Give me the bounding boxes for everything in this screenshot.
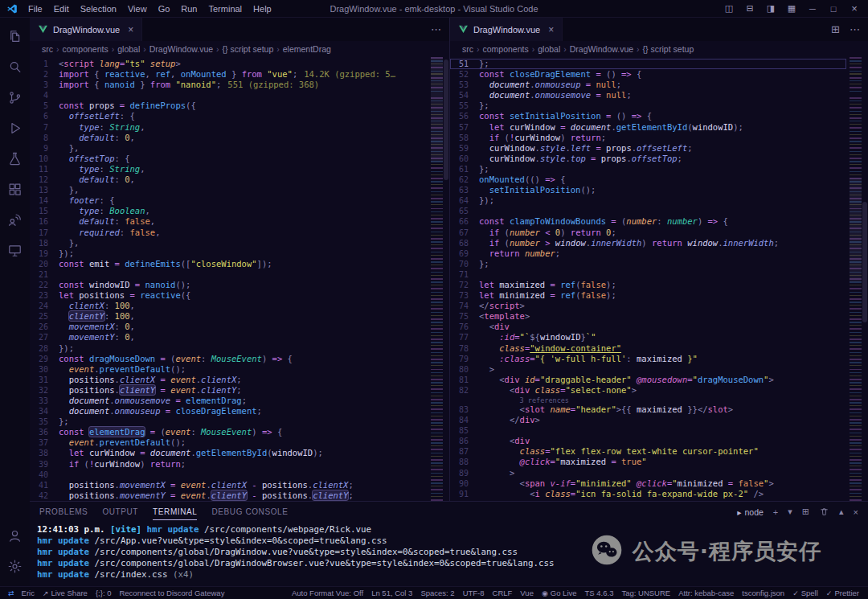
- menu-file[interactable]: File: [23, 4, 48, 14]
- code-line[interactable]: 8 default: 0,: [30, 133, 428, 143]
- status-remote-indicator[interactable]: ⇄: [5, 589, 18, 597]
- more-actions-icon[interactable]: ⋯: [850, 23, 860, 35]
- code-editor[interactable]: 1<script lang="ts" setup>2import { react…: [30, 57, 428, 501]
- scrollbar[interactable]: [443, 57, 449, 501]
- code-line[interactable]: 74</script>: [450, 301, 846, 311]
- codelens-references[interactable]: 3 references: [520, 396, 569, 404]
- toggle-sidebar-icon[interactable]: ◫: [719, 3, 739, 14]
- code-line[interactable]: 10 offsetTop: {: [30, 154, 428, 164]
- vscode-logo-icon[interactable]: [6, 3, 18, 14]
- code-line[interactable]: 70};: [450, 259, 846, 269]
- run-and-debug-icon[interactable]: [0, 113, 30, 143]
- breadcrumb-item[interactable]: components: [483, 44, 529, 54]
- code-line[interactable]: 51};: [450, 59, 846, 69]
- status-spell[interactable]: ✓Spell: [788, 589, 822, 597]
- terminal-instance-item[interactable]: ▸ node: [737, 507, 764, 517]
- code-line[interactable]: 17 required: false,: [30, 228, 428, 238]
- status-tag-case[interactable]: Tag: UNSURE: [617, 589, 674, 597]
- code-line[interactable]: 75<template>: [450, 311, 846, 322]
- split-editor-icon[interactable]: ⊞: [831, 23, 840, 35]
- breadcrumb-item[interactable]: {} script setup: [643, 44, 694, 54]
- status-problems[interactable]: {;}: 0: [92, 589, 116, 597]
- code-line[interactable]: 41 positions.movementX = event.clientX -…: [30, 480, 428, 490]
- maximize-panel-icon[interactable]: ▴: [839, 507, 844, 517]
- split-terminal-button[interactable]: ⊞: [802, 507, 809, 517]
- code-line[interactable]: 16 default: false,: [30, 216, 428, 227]
- code-line[interactable]: 79 :class="{ 'w-full h-full': maximized …: [450, 354, 846, 364]
- code-line[interactable]: 73let minimized = ref(false);: [450, 290, 846, 301]
- code-line[interactable]: 9 },: [30, 143, 428, 154]
- code-line[interactable]: 55};: [450, 101, 846, 111]
- code-line[interactable]: 5const props = defineProps({: [30, 101, 428, 111]
- maximize-button[interactable]: □: [823, 4, 844, 14]
- code-line[interactable]: 15 type: Boolean,: [30, 206, 428, 216]
- breadcrumb-item[interactable]: DragWindow.vue: [570, 44, 633, 54]
- code-line[interactable]: 23let positions = reactive({: [30, 290, 428, 301]
- extensions-icon[interactable]: [0, 174, 30, 204]
- code-line[interactable]: 80 >: [450, 364, 846, 375]
- code-line[interactable]: 34 document.onmouseup = closeDragElement…: [30, 406, 428, 416]
- code-line[interactable]: 54 document.onmousemove = null;: [450, 90, 846, 101]
- status-attr-case[interactable]: Attr: kebab-case: [674, 589, 738, 597]
- code-line[interactable]: 13 },: [30, 185, 428, 195]
- code-line[interactable]: 2import { reactive, ref, onMounted } fro…: [30, 69, 428, 80]
- panel-tab-problems[interactable]: PROBLEMS: [39, 504, 88, 520]
- breadcrumb-item[interactable]: src: [462, 44, 473, 54]
- code-line[interactable]: 21: [30, 269, 428, 280]
- code-line[interactable]: 3import { nanoid } from "nanoid";551 (gz…: [30, 80, 428, 90]
- code-line[interactable]: 85: [450, 425, 846, 436]
- scrollbar-thumb[interactable]: [444, 59, 448, 180]
- code-line[interactable]: 40: [30, 470, 428, 480]
- code-line[interactable]: 76 <div: [450, 322, 846, 332]
- code-line[interactable]: 7 type: String,: [30, 122, 428, 133]
- code-line[interactable]: 42 positions.movementY = event.clientY -…: [30, 490, 428, 501]
- menu-run[interactable]: Run: [175, 4, 203, 14]
- menu-terminal[interactable]: Terminal: [203, 4, 248, 14]
- code-line[interactable]: 35};: [30, 416, 428, 427]
- code-line[interactable]: 81 <div id="draggable-header" @mousedown…: [450, 375, 846, 385]
- breadcrumb-item[interactable]: elementDrag: [283, 44, 331, 54]
- settings-icon[interactable]: [0, 551, 30, 581]
- code-line[interactable]: 64});: [450, 195, 846, 206]
- code-line[interactable]: 33 document.onmousemove = elementDrag;: [30, 396, 428, 406]
- code-line[interactable]: 3 references: [450, 396, 846, 404]
- code-line[interactable]: 88 @click="maximized = true": [450, 457, 846, 467]
- code-editor[interactable]: 51};52const closeDragElement = () => {53…: [450, 57, 846, 501]
- status-tsconfig[interactable]: tsconfig.json: [738, 589, 788, 597]
- code-line[interactable]: 27 movementY: 0,: [30, 332, 428, 343]
- menu-help[interactable]: Help: [248, 4, 277, 14]
- code-line[interactable]: 12 default: 0,: [30, 174, 428, 185]
- testing-icon[interactable]: [0, 143, 30, 174]
- new-terminal-button[interactable]: +: [773, 507, 778, 517]
- code-line[interactable]: 25 clientY: 100,: [30, 311, 428, 322]
- status-encoding[interactable]: UTF-8: [459, 589, 489, 597]
- code-line[interactable]: 78 class="window-container": [450, 343, 846, 354]
- minimap-slider[interactable]: [431, 57, 443, 162]
- code-line[interactable]: 52const closeDragElement = () => {: [450, 69, 846, 80]
- status-language-mode[interactable]: Vue: [516, 589, 538, 597]
- live-share-icon[interactable]: [0, 204, 30, 235]
- code-line[interactable]: 39 if (!curWindow) return;: [30, 459, 428, 470]
- minimize-button[interactable]: ─: [802, 4, 823, 14]
- code-line[interactable]: 53 document.onmouseup = null;: [450, 80, 846, 90]
- menu-edit[interactable]: Edit: [48, 4, 75, 14]
- code-line[interactable]: 86 <div: [450, 436, 846, 446]
- tab-dragwindow[interactable]: DragWindow.vue ×: [450, 18, 563, 41]
- code-line[interactable]: 19});: [30, 248, 428, 259]
- breadcrumb-item[interactable]: {} script setup: [223, 44, 274, 54]
- code-line[interactable]: 60 curWindow.style.top = props.offsetTop…: [450, 154, 846, 164]
- minimap[interactable]: [431, 57, 443, 501]
- status-discord[interactable]: Reconnect to Discord Gateway: [115, 589, 228, 597]
- scrollbar-thumb[interactable]: [862, 202, 867, 322]
- breadcrumb-item[interactable]: components: [63, 44, 108, 54]
- more-actions-icon[interactable]: ⋯: [431, 23, 441, 35]
- code-line[interactable]: 6 offsetLeft: {: [30, 111, 428, 121]
- code-line[interactable]: 77 :id="`${windowID}`": [450, 332, 846, 343]
- remote-explorer-icon[interactable]: [0, 235, 30, 265]
- code-line[interactable]: 38 let curWindow = document.getElementBy…: [30, 448, 428, 458]
- explorer-icon[interactable]: [0, 21, 30, 51]
- panel-tab-terminal[interactable]: TERMINAL: [153, 504, 197, 520]
- status-prettier[interactable]: ✓Prettier: [822, 589, 863, 597]
- code-line[interactable]: 29const dragMouseDown = (event: MouseEve…: [30, 354, 428, 364]
- search-icon[interactable]: [0, 51, 30, 82]
